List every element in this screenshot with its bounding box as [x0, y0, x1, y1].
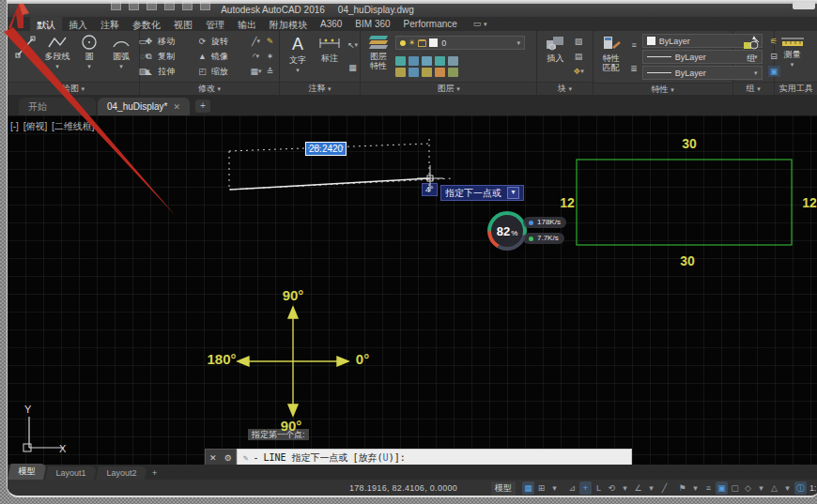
- layer-thaw-all-icon[interactable]: [408, 68, 419, 77]
- panel-label-modify[interactable]: 修改 ▾: [140, 82, 279, 95]
- panel-label-block[interactable]: 块 ▾: [537, 82, 592, 95]
- file-tab-document[interactable]: 04_huDisplay* ✕: [98, 98, 190, 115]
- tab-layout1[interactable]: Layout1: [45, 466, 97, 480]
- viewport-minimize-control[interactable]: [-]: [10, 121, 19, 131]
- tab-parametric[interactable]: 参数化: [126, 17, 167, 31]
- lineweight-display-icon[interactable]: ≡: [702, 481, 715, 495]
- panel-label-group[interactable]: 组 ▾: [733, 82, 774, 95]
- annotation-scale-button[interactable]: 1:1/100%: [808, 481, 816, 495]
- lineweight-list-icon[interactable]: ≡: [628, 39, 640, 51]
- close-icon[interactable]: ✕: [174, 102, 181, 112]
- dynamic-input-field[interactable]: 28.2420: [305, 142, 347, 156]
- infer-constraints-icon[interactable]: ⊿: [566, 481, 578, 495]
- chevron-down-icon[interactable]: ▾: [619, 481, 631, 495]
- line-tool-button[interactable]: [10, 33, 40, 80]
- erase-icon[interactable]: ✎: [264, 36, 276, 47]
- polar-tracking-icon[interactable]: ⟲: [606, 481, 618, 495]
- polyline-button[interactable]: 多段线 ▾: [42, 33, 72, 80]
- layer-on-all-icon[interactable]: [422, 68, 432, 77]
- dynamic-input-icon[interactable]: +: [579, 481, 592, 495]
- layer-off-icon[interactable]: [395, 56, 406, 66]
- isometric-drafting-icon[interactable]: ∠: [632, 481, 644, 495]
- layer-unisolate-icon[interactable]: [395, 68, 406, 77]
- layer-match-icon[interactable]: [448, 56, 458, 66]
- selection-cycling-icon[interactable]: ▢: [729, 481, 741, 495]
- tab-addins[interactable]: 附加模块: [263, 17, 314, 31]
- offset-icon[interactable]: ≙: [264, 66, 276, 77]
- viewport-visual-style-control[interactable]: [二维线框]: [52, 121, 95, 131]
- linetype-list-icon[interactable]: ≣: [628, 63, 640, 74]
- panel-label-draw[interactable]: 绘图 ▾: [8, 82, 139, 95]
- tab-layout2[interactable]: Layout2: [96, 466, 147, 480]
- layer-unlock-icon[interactable]: [435, 68, 445, 77]
- array-icon[interactable]: ▦▾: [250, 66, 262, 77]
- tab-bim360[interactable]: BIM 360: [348, 17, 396, 31]
- tab-output[interactable]: 输出: [231, 17, 263, 31]
- fillet-icon[interactable]: ◜▾: [250, 51, 262, 62]
- model-space-button[interactable]: 模型: [491, 481, 516, 496]
- layer-walk-icon[interactable]: [448, 68, 458, 77]
- dimension-button[interactable]: 标注: [315, 33, 345, 80]
- viewport-view-control[interactable]: [俯视]: [23, 121, 48, 131]
- close-icon[interactable]: ✕: [209, 453, 217, 463]
- drawing-canvas[interactable]: [-] [俯视] [二维线框] 28.2420 4° 指定下一点或 ▾ 指定第一…: [8, 115, 817, 465]
- group-button[interactable]: 组: [736, 33, 766, 80]
- ribbon-display-toggle[interactable]: ▭ ▾: [473, 17, 487, 31]
- dynamic-prompt-options-icon[interactable]: ▾: [507, 187, 519, 199]
- osnap-3d-icon[interactable]: ◇: [742, 481, 754, 495]
- chevron-down-icon[interactable]: ▾: [755, 481, 767, 495]
- panel-label-annotation[interactable]: 注释 ▾: [280, 82, 360, 95]
- chevron-down-icon[interactable]: ▾: [781, 481, 794, 495]
- stretch-button[interactable]: ◣拉伸: [143, 64, 194, 79]
- tab-manage[interactable]: 管理: [199, 17, 231, 31]
- layer-isolate-icon[interactable]: [408, 56, 419, 66]
- measure-button[interactable]: 测量 ▾: [778, 33, 808, 80]
- snap-icon[interactable]: ⊞: [535, 481, 547, 495]
- mirror-button[interactable]: ▲镜像: [196, 49, 248, 64]
- panel-label-utilities[interactable]: 实用工具: [775, 82, 817, 95]
- create-block-icon[interactable]: ▧: [572, 36, 584, 47]
- grid-icon[interactable]: ▦: [522, 481, 534, 495]
- layer-freeze-icon[interactable]: [422, 56, 432, 66]
- chevron-down-icon[interactable]: ▾: [645, 481, 657, 495]
- tab-performance[interactable]: Performance: [397, 17, 464, 31]
- insert-block-button[interactable]: 插入: [540, 33, 570, 80]
- new-layout-button[interactable]: +: [146, 466, 162, 480]
- tab-model[interactable]: 模型: [8, 464, 47, 480]
- dynamic-ucs-icon[interactable]: △: [768, 481, 780, 495]
- leader-icon[interactable]: ↖▾: [347, 39, 359, 51]
- layer-properties-button[interactable]: 图层特性: [363, 33, 393, 80]
- chevron-down-icon[interactable]: ▾: [689, 481, 701, 495]
- panel-label-layers[interactable]: 图层 ▾: [361, 82, 536, 95]
- customize-icon[interactable]: ⚙: [224, 453, 232, 463]
- tab-annotate[interactable]: 注释: [94, 17, 126, 31]
- move-button[interactable]: ✥移动: [143, 34, 194, 49]
- new-tab-button[interactable]: +: [195, 99, 210, 113]
- panel-label-properties[interactable]: 特性 ▾: [593, 83, 732, 95]
- object-snap-tracking-icon[interactable]: ╱: [658, 481, 671, 495]
- transparency-icon[interactable]: ▣: [716, 481, 728, 495]
- file-tab-start[interactable]: 开始: [19, 98, 96, 115]
- object-snap-icon[interactable]: ⚑: [676, 481, 688, 495]
- rotate-button[interactable]: ⟳旋转: [196, 34, 248, 49]
- text-button[interactable]: A 文字 ▾: [283, 33, 313, 80]
- tab-view[interactable]: 视图: [167, 17, 199, 31]
- trim-icon[interactable]: ╱▾: [250, 36, 262, 47]
- tab-insert[interactable]: 插入: [62, 17, 94, 31]
- layer-lock-tool-icon[interactable]: [435, 56, 445, 66]
- ortho-icon[interactable]: L: [593, 481, 605, 495]
- layer-dropdown[interactable]: ☀ 0 ▾: [395, 36, 525, 50]
- circle-button[interactable]: 圆 ▾: [74, 33, 104, 80]
- window-controls[interactable]: [793, 2, 815, 9]
- scale-button[interactable]: ◰缩放: [196, 64, 248, 79]
- chevron-down-icon[interactable]: ▾: [548, 481, 561, 495]
- arc-button[interactable]: 圆弧 ▾: [106, 33, 136, 80]
- block-attributes-icon[interactable]: ❖▾: [572, 66, 584, 77]
- tab-a360[interactable]: A360: [314, 17, 348, 31]
- tab-home[interactable]: 默认: [30, 17, 62, 31]
- match-properties-button[interactable]: 特性匹配: [596, 33, 626, 81]
- copy-button[interactable]: ⧉复制: [143, 49, 194, 64]
- annotation-visibility-icon[interactable]: ⓘ: [794, 481, 807, 495]
- edit-block-icon[interactable]: ▤: [572, 51, 584, 62]
- table-icon[interactable]: ▦: [347, 62, 359, 73]
